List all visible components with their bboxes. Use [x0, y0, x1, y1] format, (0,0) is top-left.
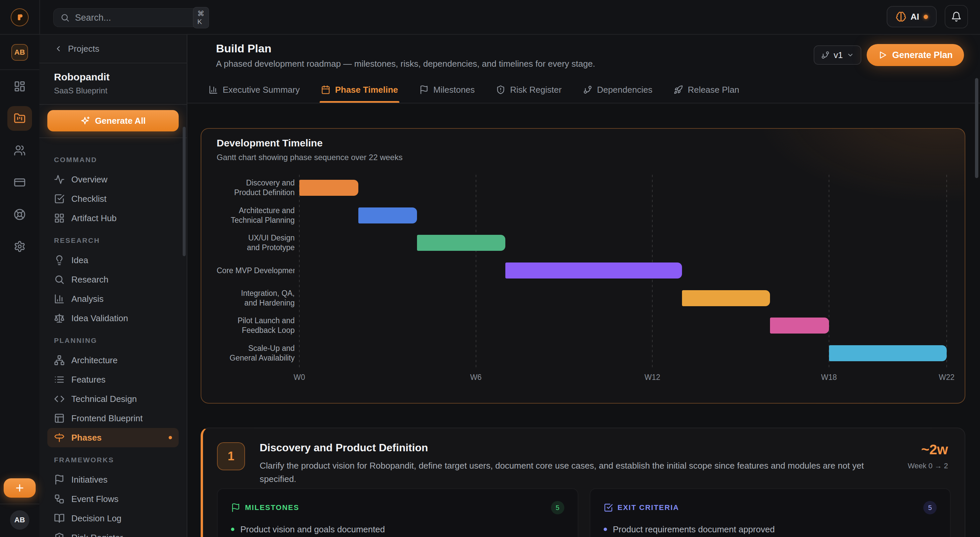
gantt-bar[interactable] [829, 345, 947, 361]
tab-label: Dependencies [597, 85, 652, 95]
page-header: Build Plan A phased development roadmap … [187, 35, 980, 77]
gantt-row-label: Pilot Launch andFeedback Loop [217, 316, 295, 335]
sidebar-item-initiatives[interactable]: Initiatives [47, 470, 179, 489]
content-area: Development Timeline Gantt chart showing… [187, 104, 980, 537]
project-info: Robopandit SaaS Blueprint [39, 64, 187, 105]
sidebar-item-research[interactable]: Research [47, 270, 179, 289]
version-label: v1 [834, 50, 843, 61]
gantt-gridline [476, 175, 476, 368]
search-icon [54, 274, 65, 285]
gantt-axis-tick: W0 [294, 373, 305, 382]
sidebar-item-label: Idea [72, 255, 88, 266]
check-square-icon [604, 503, 613, 512]
brain-icon [896, 11, 906, 22]
tab-executive-summary[interactable]: Executive Summary [208, 77, 300, 103]
app-logo[interactable] [11, 8, 29, 26]
generate-plan-button[interactable]: Generate Plan [867, 44, 964, 66]
ai-assistant-button[interactable]: AI [887, 6, 937, 27]
sidebar: Projects Robopandit SaaS Blueprint Gener… [39, 35, 187, 537]
gantt-bar[interactable] [358, 207, 417, 223]
phase-duration: ~2w [908, 441, 948, 457]
gantt-bar[interactable] [682, 290, 770, 306]
plus-icon [14, 483, 25, 493]
search-icon [60, 13, 70, 22]
sidebar-item-label: Idea Validation [72, 313, 128, 323]
rail-item-settings[interactable] [7, 234, 32, 259]
sidebar-item-artifact-hub[interactable]: Artifact Hub [47, 209, 179, 228]
sidebar-item-architecture[interactable]: Architecture [47, 351, 179, 370]
sidebar-item-label: Frontend Blueprint [72, 413, 143, 424]
workspace-avatar[interactable]: AB [11, 44, 28, 61]
divider [0, 69, 39, 70]
topbar: ⌘ K AI [0, 0, 980, 35]
tab-dependencies[interactable]: Dependencies [583, 77, 652, 103]
sidebar-item-idea-validation[interactable]: Idea Validation [47, 309, 179, 328]
sidebar-item-decision-log[interactable]: Decision Log [47, 509, 179, 528]
sidebar-item-risk-register[interactable]: Risk Register [47, 528, 179, 537]
active-dot [169, 436, 172, 439]
users-icon [14, 144, 25, 156]
sidebar-item-idea[interactable]: Idea [47, 250, 179, 270]
tab-phase-timeline[interactable]: Phase Timeline [321, 77, 398, 103]
tab-release-plan[interactable]: Release Plan [674, 77, 739, 103]
list-item: Product requirements document approved [604, 524, 937, 534]
bell-icon [951, 11, 962, 22]
sidebar-item-overview[interactable]: Overview [47, 170, 179, 189]
sidebar-scrollbar[interactable] [183, 127, 186, 256]
rail-item-dashboard[interactable] [7, 74, 32, 99]
search-input[interactable] [75, 13, 193, 23]
logo-icon [15, 13, 24, 22]
flag-icon [54, 474, 65, 485]
list-icon [54, 374, 65, 385]
sidebar-item-phases[interactable]: Phases [47, 428, 179, 447]
rail-item-projects[interactable] [7, 106, 32, 131]
play-icon [878, 50, 887, 60]
sidebar-item-analysis[interactable]: Analysis [47, 289, 179, 309]
generate-all-button[interactable]: Generate All [47, 110, 179, 131]
scale-icon [54, 313, 65, 323]
tab-label: Release Plan [688, 85, 739, 95]
gantt-bar[interactable] [417, 235, 505, 251]
signpost-icon [54, 432, 65, 443]
tab-label: Milestones [433, 85, 475, 95]
gantt-gridline [299, 175, 300, 368]
sidebar-item-checklist[interactable]: Checklist [47, 189, 179, 209]
gantt-bar[interactable] [299, 180, 358, 196]
main-scrollbar[interactable] [975, 78, 978, 178]
gantt-row-label: Architecture andTechnical Planning [217, 206, 295, 225]
add-button[interactable] [4, 478, 36, 498]
shield-alert-icon [496, 85, 505, 94]
user-avatar[interactable]: AB [10, 510, 29, 530]
settings-icon [14, 241, 25, 252]
exit-criteria-count-badge: 5 [923, 501, 937, 514]
sidebar-item-label: Overview [72, 174, 107, 185]
sidebar-item-event-flows[interactable]: Event Flows [47, 489, 179, 509]
search-box[interactable]: ⌘ K [53, 8, 200, 27]
layout-grid-icon [54, 213, 65, 223]
life-buoy-icon [14, 209, 25, 220]
gantt-bar[interactable] [505, 263, 682, 279]
sidebar-item-label: Risk Register [72, 533, 123, 537]
workflow-icon [54, 494, 65, 504]
milestone-bullet-dot [231, 527, 234, 531]
page-title: Build Plan [216, 42, 271, 55]
gantt-axis-tick: W18 [821, 373, 837, 382]
tab-milestones[interactable]: Milestones [419, 77, 475, 103]
gantt-axis-tick: W6 [470, 373, 482, 382]
notifications-button[interactable] [945, 5, 968, 28]
sidebar-item-label: Architecture [72, 355, 118, 366]
gantt-bar[interactable] [770, 317, 829, 333]
rail-item-support[interactable] [7, 202, 32, 227]
tab-risk-register[interactable]: Risk Register [496, 77, 562, 103]
rail-item-billing[interactable] [7, 170, 32, 195]
sidebar-item-features[interactable]: Features [47, 370, 179, 389]
back-to-projects-link[interactable]: Projects [39, 35, 187, 64]
sidebar-item-frontend-blueprint[interactable]: Frontend Blueprint [47, 409, 179, 428]
gantt-row-label: Core MVP Development [217, 266, 295, 276]
sidebar-item-technical-design[interactable]: Technical Design [47, 389, 179, 409]
rail-item-team[interactable] [7, 138, 32, 163]
version-dropdown[interactable]: v1 [814, 45, 861, 65]
bar-chart-icon [54, 293, 65, 304]
sidebar-item-label: Decision Log [72, 513, 121, 524]
list-item: Product vision and goals documented [231, 524, 564, 534]
